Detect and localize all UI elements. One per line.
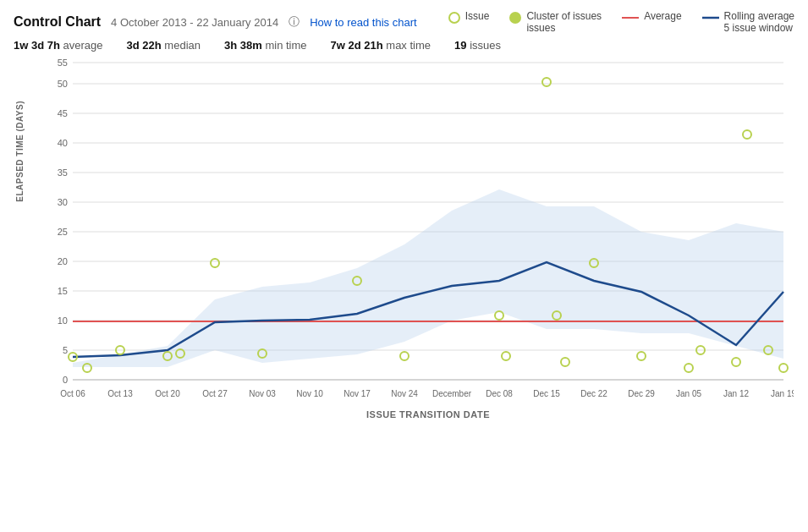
stat-average: 1w 3d 7h average	[14, 39, 103, 52]
svg-text:Oct 27: Oct 27	[202, 389, 228, 398]
svg-text:25: 25	[58, 227, 68, 237]
svg-text:40: 40	[58, 138, 68, 148]
issue-dot	[211, 259, 219, 267]
svg-text:50: 50	[58, 79, 68, 89]
x-axis-label: ISSUE TRANSITION DATE	[366, 409, 490, 420]
legend-average-label: Average	[644, 10, 681, 22]
svg-text:15: 15	[58, 286, 68, 296]
svg-text:Oct 06: Oct 06	[60, 389, 85, 398]
chart-title: Control Chart	[14, 14, 101, 30]
svg-text:Nov 17: Nov 17	[344, 389, 371, 398]
svg-text:Jan 19: Jan 19	[771, 389, 794, 398]
issue-dot	[542, 78, 551, 86]
stat-issues: 19 issues	[454, 39, 501, 52]
svg-point-0	[449, 13, 459, 23]
stat-min-value: 3h 38m	[224, 39, 262, 52]
svg-text:30: 30	[58, 197, 68, 207]
svg-text:0: 0	[63, 375, 68, 385]
issue-dot	[779, 364, 788, 372]
svg-text:December: December	[432, 389, 472, 398]
svg-text:Oct 20: Oct 20	[155, 389, 180, 398]
svg-text:Oct 13: Oct 13	[107, 389, 133, 398]
stat-median-value: 3d 22h	[127, 39, 162, 52]
issue-dot	[732, 358, 740, 366]
svg-text:10: 10	[58, 315, 68, 326]
svg-text:Jan 12: Jan 12	[723, 389, 749, 398]
date-range: 4 October 2013 - 22 January 2014	[111, 16, 278, 29]
legend-cluster-label: Cluster of issues	[526, 10, 602, 22]
y-axis-label: ELAPSED TIME (DAYS)	[15, 101, 25, 202]
stat-median: 3d 22h median	[127, 39, 201, 52]
legend: Issue Cluster of issues issues Average	[448, 10, 794, 34]
legend-average: Average	[622, 10, 681, 24]
issue-dot	[400, 352, 409, 360]
stats-row: 1w 3d 7h average 3d 22h median 3h 38m mi…	[14, 39, 794, 52]
legend-cluster: Cluster of issues issues	[509, 10, 602, 34]
legend-rolling-sub: 5 issue window	[724, 22, 794, 34]
svg-point-1	[509, 12, 521, 24]
svg-text:35: 35	[58, 167, 68, 178]
issue-dot	[561, 358, 569, 366]
issue-dot	[743, 130, 751, 139]
stat-issues-value: 19	[454, 39, 466, 52]
legend-issue: Issue	[448, 10, 490, 24]
issue-dot	[502, 352, 510, 360]
svg-text:Jan 05: Jan 05	[676, 389, 701, 398]
svg-text:55: 55	[58, 58, 68, 68]
svg-text:Dec 22: Dec 22	[580, 389, 607, 398]
svg-text:20: 20	[58, 256, 68, 266]
svg-text:Nov 24: Nov 24	[391, 389, 418, 398]
svg-text:45: 45	[58, 108, 68, 118]
chart-svg: 0 5 10 15 20 25 30 35 40 45 50 55 Oct 06…	[32, 58, 794, 447]
svg-text:Dec 29: Dec 29	[628, 389, 655, 398]
confidence-band	[73, 189, 783, 367]
legend-cluster-sub: issues	[526, 22, 602, 34]
page-container: Control Chart 4 October 2013 - 22 Januar…	[0, 0, 808, 473]
issue-dot	[684, 364, 693, 372]
legend-issue-label: Issue	[465, 10, 490, 22]
header-row: Control Chart 4 October 2013 - 22 Januar…	[14, 10, 794, 34]
svg-text:Dec 15: Dec 15	[533, 389, 560, 398]
help-link[interactable]: How to read this chart	[310, 16, 416, 29]
issue-dot	[495, 311, 503, 320]
stat-max: 7w 2d 21h max time	[331, 39, 431, 52]
stat-min: 3h 38m min time	[224, 39, 307, 52]
svg-text:Nov 10: Nov 10	[296, 389, 323, 398]
legend-rolling: Rolling average 5 issue window	[702, 10, 794, 34]
svg-text:Dec 08: Dec 08	[486, 389, 513, 398]
chart-container: ELAPSED TIME (DAYS) 0	[14, 58, 794, 473]
stat-average-value: 1w 3d 7h	[14, 39, 60, 52]
help-icon: ⓘ	[289, 14, 300, 30]
issue-dot	[637, 352, 646, 360]
svg-text:Nov 03: Nov 03	[249, 389, 276, 398]
legend-rolling-label: Rolling average	[724, 10, 794, 22]
stat-max-value: 7w 2d 21h	[331, 39, 383, 52]
svg-text:5: 5	[63, 345, 68, 355]
